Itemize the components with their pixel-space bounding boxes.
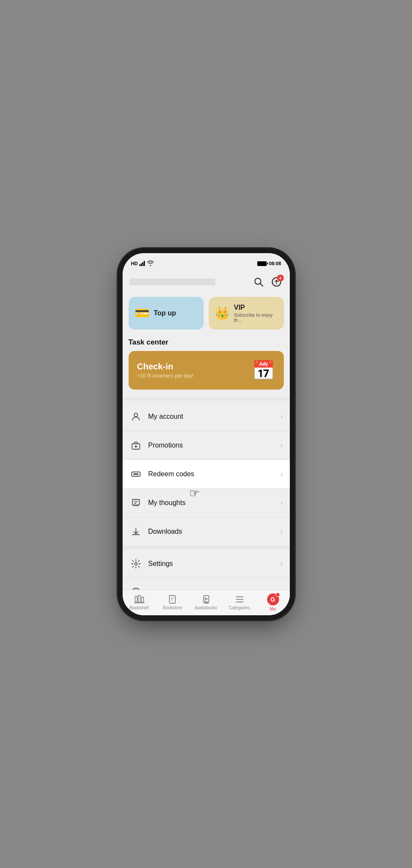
signal-icon [139,261,145,266]
bottom-nav: Bookshelf Bookstore Audiobooks [123,590,290,615]
my-thoughts-chevron: › [280,499,283,507]
me-avatar-letter: G [271,596,275,603]
header: 4 [123,272,290,293]
vip-sublabel: Subscribe to enjoy th... [234,312,278,323]
settings-label: Settings [148,560,281,568]
section-divider [123,397,290,401]
menu-section: My account › Promotions › [123,402,290,614]
downloads-chevron: › [280,528,283,535]
menu-item-downloads[interactable]: Downloads › [123,517,290,546]
nav-bookshelf[interactable]: Bookshelf [123,592,156,613]
promotions-icon [129,439,142,452]
downloads-icon [129,525,142,538]
my-thoughts-icon [129,496,142,509]
notifications-button[interactable]: 4 [270,275,283,288]
phone-frame: HD 08:08 [123,253,290,615]
menu-item-my-account[interactable]: My account › [123,402,290,431]
battery-icon [257,261,267,266]
me-avatar: G [267,593,279,605]
topup-icon: 💳 [135,306,150,320]
topup-label: Top up [154,309,176,317]
checkin-subtitle: +10 R-vouchers per day! [137,373,194,379]
topup-card[interactable]: 💳 Top up [129,297,204,330]
menu-item-promotions[interactable]: Promotions › [123,431,290,460]
vip-icon: 👑 [215,306,230,320]
me-avatar-badge [276,593,280,597]
task-section: Task center Check-in +10 R-vouchers per … [123,336,290,396]
content-scroll[interactable]: 💳 Top up 👑 VIP Subscribe to enjoy th... … [123,293,290,614]
categories-nav-label: Categories [229,605,250,610]
promotions-label: Promotions [148,442,281,449]
nav-categories[interactable]: Categories [223,592,256,613]
vip-text: VIP Subscribe to enjoy th... [234,304,278,323]
settings-icon [129,557,142,570]
divider-2 [123,546,290,550]
checkin-title: Check-in [137,362,194,372]
svg-rect-1 [141,263,142,266]
me-nav-label: Me [270,607,276,611]
redeem-codes-chevron: › [280,470,283,478]
my-thoughts-label: My thoughts [148,499,281,507]
audiobooks-nav-label: Audiobooks [195,605,217,610]
checkin-text: Check-in +10 R-vouchers per day! [137,362,194,379]
svg-rect-29 [141,597,144,602]
svg-rect-12 [132,472,140,476]
wifi-icon [147,261,154,266]
vip-label: VIP [234,304,278,312]
svg-rect-0 [139,264,141,266]
svg-line-5 [260,284,263,286]
search-button[interactable] [253,276,264,287]
svg-rect-27 [135,596,137,602]
checkin-illustration: 📅 [252,361,275,380]
menu-item-my-thoughts[interactable]: My thoughts › [123,489,290,517]
settings-chevron: › [280,560,283,568]
user-email-blur [129,278,215,285]
my-account-icon [129,410,142,423]
promotions-chevron: › [280,442,283,449]
task-center-title: Task center [129,338,284,347]
nav-bookstore[interactable]: Bookstore [156,592,189,613]
battery-fill [258,262,266,266]
categories-nav-icon [235,595,244,604]
audiobooks-nav-icon [201,595,211,604]
status-bar: HD 08:08 [123,253,290,272]
vip-card[interactable]: 👑 VIP Subscribe to enjoy th... [209,297,284,330]
my-account-label: My account [148,413,281,420]
time-display: 08:08 [269,261,281,266]
menu-item-settings[interactable]: Settings › [123,550,290,578]
status-right: 08:08 [257,261,281,266]
status-left: HD [131,261,154,266]
menu-item-redeem-codes[interactable]: Redeem codes › ☞ [123,460,290,489]
cards-section: 💳 Top up 👑 VIP Subscribe to enjoy th... [123,293,290,336]
search-icon [254,277,263,287]
nav-me[interactable]: G Me [256,591,290,614]
redeem-codes-icon [129,468,142,481]
checkin-card[interactable]: Check-in +10 R-vouchers per day! 📅 [129,351,284,390]
hd-label: HD [131,261,138,266]
header-icons: 4 [253,275,283,288]
svg-rect-3 [144,261,145,266]
nav-audiobooks[interactable]: Audiobooks [189,592,223,613]
svg-rect-2 [142,262,144,266]
redeem-codes-label: Redeem codes [148,470,281,478]
svg-rect-28 [138,596,140,602]
bookstore-nav-icon [168,595,177,604]
downloads-label: Downloads [148,528,281,535]
bookshelf-nav-label: Bookshelf [130,605,149,610]
my-account-chevron: › [280,413,283,420]
svg-point-21 [135,563,137,565]
svg-point-8 [134,413,138,417]
bookshelf-nav-icon [134,595,144,604]
notification-badge: 4 [277,275,284,281]
bookstore-nav-label: Bookstore [163,605,182,610]
svg-rect-31 [169,596,175,603]
